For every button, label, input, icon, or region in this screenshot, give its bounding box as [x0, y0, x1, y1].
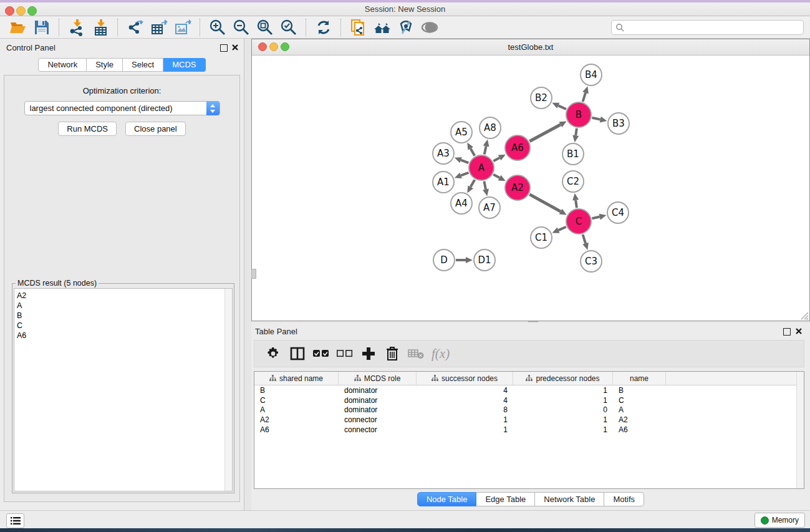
- select-all-rows-icon[interactable]: [313, 346, 329, 362]
- new-network-from-selection-icon[interactable]: [349, 18, 368, 37]
- table-cell[interactable]: 1: [513, 396, 613, 405]
- graph-edge-A6-B[interactable]: [529, 125, 561, 142]
- table-settings-icon[interactable]: [266, 346, 282, 362]
- table-scrollbar[interactable]: [796, 372, 804, 488]
- import-network-icon[interactable]: [67, 18, 86, 37]
- export-table-icon[interactable]: [150, 18, 168, 37]
- graph-edge-B-B3[interactable]: [592, 118, 600, 120]
- table-cell[interactable]: 4: [417, 386, 513, 395]
- table-cell[interactable]: 1: [513, 415, 613, 424]
- import-table-icon[interactable]: [91, 18, 110, 37]
- column-header[interactable]: successor nodes: [417, 372, 513, 385]
- column-header[interactable]: name: [613, 372, 666, 385]
- network-window-titlebar[interactable]: testGlobe.txt: [252, 39, 809, 56]
- table-cell[interactable]: 1: [417, 415, 513, 424]
- table-row[interactable]: Cdominator41C: [254, 395, 804, 405]
- tab-edge-table[interactable]: Edge Table: [476, 492, 535, 506]
- table-cell[interactable]: 4: [417, 396, 513, 405]
- table-row[interactable]: Adominator80A: [254, 405, 804, 415]
- column-header[interactable]: MCDS role: [339, 372, 417, 385]
- criterion-dropdown[interactable]: largest connected component (directed): [24, 101, 220, 115]
- table-cell[interactable]: dominator: [339, 405, 417, 414]
- search-field[interactable]: [611, 20, 804, 35]
- table-cell[interactable]: 1: [417, 425, 513, 434]
- table-row[interactable]: A2connector11A2: [254, 415, 804, 425]
- table-cell[interactable]: 1: [513, 386, 613, 395]
- table-cell[interactable]: B: [613, 386, 666, 395]
- left-splitter-grip[interactable]: [251, 269, 256, 279]
- tab-network-table[interactable]: Network Table: [535, 492, 604, 506]
- graph-edge-A-A2[interactable]: [493, 175, 499, 178]
- graph-edge-C-C1[interactable]: [559, 227, 566, 230]
- result-item[interactable]: C: [14, 321, 232, 331]
- table-cell[interactable]: A: [613, 405, 666, 414]
- graph-edge-A-A7[interactable]: [484, 181, 486, 190]
- tab-network[interactable]: Network: [38, 58, 87, 72]
- tab-mcds[interactable]: MCDS: [163, 58, 205, 72]
- refresh-view-icon[interactable]: [314, 18, 333, 37]
- tab-motifs[interactable]: Motifs: [604, 492, 644, 506]
- table-cell[interactable]: 8: [417, 405, 513, 414]
- result-list-scrollbar[interactable]: [224, 289, 232, 491]
- open-session-icon[interactable]: [9, 18, 27, 37]
- save-session-icon[interactable]: [32, 18, 51, 37]
- window-titlebar[interactable]: Session: New Session: [0, 2, 810, 16]
- close-panel-icon[interactable]: [231, 44, 239, 51]
- table-cell[interactable]: A: [254, 405, 339, 414]
- graph-edge-B-B4[interactable]: [583, 93, 586, 102]
- zoom-selected-icon[interactable]: [279, 18, 298, 37]
- run-mcds-button[interactable]: Run MCDS: [58, 122, 117, 136]
- float-panel-icon[interactable]: [220, 44, 228, 52]
- close-panel-button[interactable]: Close panel: [125, 122, 186, 136]
- table-cell[interactable]: A2: [254, 415, 339, 424]
- table-cell[interactable]: C: [254, 396, 339, 405]
- result-item[interactable]: B: [14, 311, 232, 321]
- add-column-icon[interactable]: [360, 346, 377, 362]
- table-cell[interactable]: connector: [339, 415, 417, 424]
- node-table[interactable]: shared nameMCDS rolesuccessor nodesprede…: [254, 371, 804, 489]
- export-network-icon[interactable]: [126, 18, 145, 37]
- task-history-button[interactable]: [6, 513, 24, 528]
- result-item[interactable]: A: [14, 301, 232, 311]
- toggle-panel-layout-icon[interactable]: [289, 346, 306, 362]
- float-table-panel-icon[interactable]: [783, 328, 791, 336]
- zoom-in-icon[interactable]: [208, 18, 227, 37]
- table-cell[interactable]: C: [613, 396, 666, 405]
- column-header[interactable]: shared name: [254, 372, 339, 385]
- export-image-icon[interactable]: [173, 18, 192, 37]
- table-row[interactable]: A6connector11A6: [254, 425, 804, 435]
- table-cell[interactable]: A6: [254, 425, 339, 434]
- graph-edge-A-A6[interactable]: [493, 158, 499, 161]
- result-item[interactable]: A2: [14, 291, 232, 301]
- delete-column-icon[interactable]: [384, 346, 400, 362]
- graph-edge-B-B2[interactable]: [558, 105, 566, 109]
- table-cell[interactable]: A2: [613, 415, 666, 424]
- tab-node-table[interactable]: Node Table: [417, 492, 477, 506]
- tab-select[interactable]: Select: [123, 58, 163, 72]
- tab-style[interactable]: Style: [87, 58, 123, 72]
- result-item[interactable]: A6: [14, 331, 232, 341]
- graph-edge-C-C2[interactable]: [576, 200, 577, 208]
- table-cell[interactable]: connector: [339, 425, 417, 434]
- zoom-fit-icon[interactable]: [256, 18, 274, 37]
- close-table-panel-icon[interactable]: [795, 327, 803, 335]
- table-cell[interactable]: 1: [513, 425, 613, 434]
- table-cell[interactable]: dominator: [339, 396, 417, 405]
- search-input[interactable]: [624, 22, 799, 32]
- network-graph[interactable]: AA1A2A3A4A5A6A7A8BB1B2B3B4CC1C2C3C4DD1: [252, 55, 809, 321]
- graph-edge-A-A5[interactable]: [471, 148, 475, 156]
- graph-edge-A-A8[interactable]: [485, 146, 486, 154]
- function-builder-icon[interactable]: f(x): [432, 346, 450, 362]
- column-header[interactable]: predecessor nodes: [513, 372, 613, 385]
- graph-edge-A2-C[interactable]: [529, 195, 561, 211]
- table-row[interactable]: Bdominator41B: [254, 385, 804, 395]
- graph-edge-A-A4[interactable]: [471, 180, 475, 187]
- deselect-all-rows-icon[interactable]: [337, 346, 353, 362]
- table-cell[interactable]: 0: [513, 405, 613, 414]
- show-graphics-details-icon[interactable]: [420, 18, 439, 37]
- graph-edge-A-A3[interactable]: [461, 160, 468, 163]
- graph-edge-A-A1[interactable]: [461, 173, 468, 176]
- zoom-out-icon[interactable]: [232, 18, 251, 37]
- delete-table-icon[interactable]: [408, 346, 424, 362]
- mcds-result-list[interactable]: A2ABCA6: [14, 288, 233, 491]
